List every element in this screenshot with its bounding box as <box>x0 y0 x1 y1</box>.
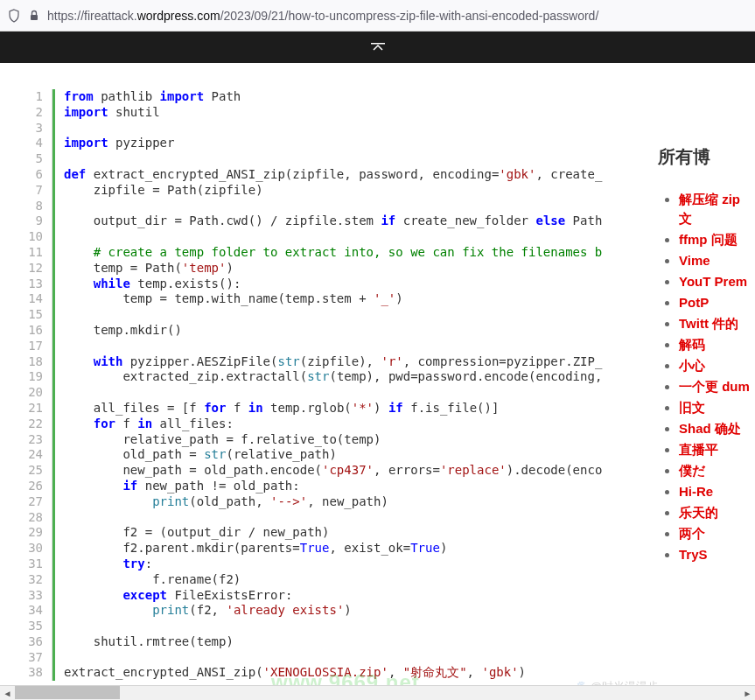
address-bar: https://fireattack.wordpress.com/2023/09… <box>0 0 755 32</box>
sidebar-link[interactable]: Vime <box>679 253 710 268</box>
sidebar-link[interactable]: 乐天的 <box>679 505 718 520</box>
sidebar-item: TryS <box>679 545 755 564</box>
sidebar-link[interactable]: 旧文 <box>679 400 705 415</box>
sidebar-link[interactable]: TryS <box>679 547 708 562</box>
sidebar-item: 两个 <box>679 524 755 543</box>
sidebar-item: YouT Prem <box>679 272 755 291</box>
scroll-left-arrow[interactable]: ◄ <box>0 686 15 701</box>
sidebar-link[interactable]: 一个更 dum <box>679 379 750 394</box>
sidebar-link[interactable]: ffmp 问题 <box>679 232 738 247</box>
sidebar-link[interactable]: 小心 <box>679 358 705 373</box>
sidebar-link[interactable]: PotP <box>679 295 709 310</box>
sidebar-link[interactable]: 解码 <box>679 337 705 352</box>
sidebar: 所有博 解压缩 zip 文ffmp 问题VimeYouT PremPotPTwi… <box>640 89 755 681</box>
chevron-up-bar-icon <box>371 43 385 52</box>
lock-icon[interactable] <box>28 10 40 22</box>
sidebar-item: 小心 <box>679 356 755 375</box>
sidebar-link[interactable]: 直播平 <box>679 442 718 457</box>
url-input[interactable]: https://fireattack.wordpress.com/2023/09… <box>47 9 748 23</box>
sidebar-item: Hi-Re <box>679 482 755 501</box>
sidebar-item: 旧文 <box>679 398 755 417</box>
sidebar-link[interactable]: Twitt 件的 <box>679 316 738 331</box>
svg-rect-1 <box>371 43 385 45</box>
scroll-track[interactable] <box>15 686 740 701</box>
sidebar-link[interactable]: 解压缩 zip 文 <box>679 192 740 226</box>
sidebar-item: 解码 <box>679 335 755 354</box>
sidebar-link[interactable]: YouT Prem <box>679 274 747 289</box>
sidebar-item: 直播平 <box>679 440 755 459</box>
sidebar-link[interactable]: Hi-Re <box>679 484 713 499</box>
sidebar-item: PotP <box>679 293 755 312</box>
url-prefix: https://fireattack. <box>47 9 137 23</box>
sidebar-item: ffmp 问题 <box>679 230 755 249</box>
sidebar-link[interactable]: Shad 确处 <box>679 421 741 436</box>
sidebar-item: 乐天的 <box>679 503 755 522</box>
sidebar-title: 所有博 <box>658 145 755 169</box>
sidebar-item: 僕だ <box>679 461 755 480</box>
scroll-thumb[interactable] <box>15 686 120 699</box>
sidebar-link[interactable]: 两个 <box>679 526 705 541</box>
sidebar-item: 解压缩 zip 文 <box>679 190 755 228</box>
collapse-bar[interactable] <box>0 32 755 63</box>
code-block: 1 2 3 4 5 6 7 8 9 10 11 12 13 14 15 16 1… <box>3 89 640 681</box>
horizontal-scrollbar[interactable]: ◄ ► <box>0 685 755 700</box>
code-area[interactable]: from pathlib import Path import shutil i… <box>52 89 640 681</box>
url-path: /2023/09/21/how-to-uncompress-zip-file-w… <box>220 9 599 23</box>
svg-rect-0 <box>31 15 38 20</box>
shield-icon[interactable] <box>7 9 21 23</box>
line-number-gutter: 1 2 3 4 5 6 7 8 9 10 11 12 13 14 15 16 1… <box>3 89 52 681</box>
main-content: 1 2 3 4 5 6 7 8 9 10 11 12 13 14 15 16 1… <box>0 63 755 681</box>
sidebar-link[interactable]: 僕だ <box>679 463 705 478</box>
sidebar-item: 一个更 dum <box>679 377 755 396</box>
sidebar-item: Shad 确处 <box>679 419 755 438</box>
sidebar-list: 解压缩 zip 文ffmp 问题VimeYouT PremPotPTwitt 件… <box>658 190 755 564</box>
sidebar-item: Vime <box>679 251 755 270</box>
url-domain: wordpress.com <box>137 9 220 23</box>
scroll-right-arrow[interactable]: ► <box>740 686 755 701</box>
sidebar-item: Twitt 件的 <box>679 314 755 333</box>
